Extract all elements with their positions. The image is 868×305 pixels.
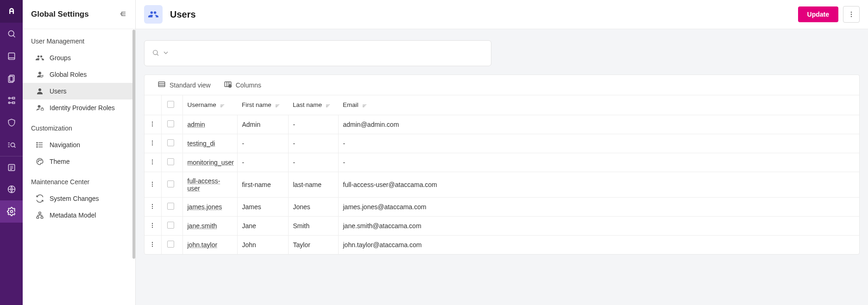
rail-globe[interactable] — [0, 178, 23, 200]
page-title: Users — [170, 9, 196, 20]
svg-point-32 — [152, 121, 153, 122]
sidebar-item-label: Users — [50, 87, 67, 95]
rail-search[interactable] — [0, 23, 23, 45]
row-actions-button[interactable] — [145, 172, 161, 198]
app-logo[interactable] — [0, 0, 23, 23]
standard-view-toggle[interactable]: Standard view — [157, 80, 211, 90]
sidebar-item-users[interactable]: Users — [23, 83, 135, 100]
username-link[interactable]: jane.smith — [188, 222, 217, 230]
cell-lastname: last-name — [288, 172, 338, 198]
sidebar-item-system-changes[interactable]: System Changes — [23, 190, 135, 207]
cell-email: jane.smith@ataccama.com — [338, 217, 859, 236]
row-actions-button[interactable] — [145, 134, 161, 153]
rail-shield[interactable] — [0, 112, 23, 134]
col-lastname[interactable]: Last name — [288, 95, 338, 115]
svg-point-12 — [38, 88, 41, 91]
collapse-sidebar-icon[interactable] — [119, 10, 127, 19]
page-more-button[interactable] — [843, 6, 860, 23]
rail-explore[interactable] — [0, 134, 23, 156]
username-link[interactable]: testing_di — [188, 140, 215, 147]
checkbox[interactable] — [167, 139, 174, 146]
search-icon — [152, 49, 159, 58]
rail-workflow[interactable] — [0, 89, 23, 112]
checkbox[interactable] — [167, 203, 174, 210]
sidebar-scrollbar[interactable] — [132, 30, 135, 259]
cell-lastname: - — [288, 134, 338, 153]
checkbox[interactable] — [167, 101, 174, 108]
svg-point-18 — [38, 161, 39, 162]
search-input[interactable] — [144, 40, 491, 66]
row-actions-button[interactable] — [145, 153, 161, 172]
svg-point-41 — [152, 181, 153, 182]
main-area: Users Update Standard view Co — [136, 0, 868, 305]
username-link[interactable]: admin — [188, 121, 205, 128]
row-actions-button[interactable] — [145, 198, 161, 217]
cell-lastname: - — [288, 153, 338, 172]
chevron-down-icon[interactable] — [162, 49, 170, 58]
columns-toggle[interactable]: Columns — [224, 80, 261, 90]
username-link[interactable]: james.jones — [188, 203, 222, 211]
cell-email: james.jones@ataccama.com — [338, 198, 859, 217]
username-link[interactable]: full-access-user — [188, 177, 220, 192]
cell-username: full-access-user — [182, 172, 237, 198]
username-link[interactable]: john.taylor — [188, 241, 218, 249]
row-select[interactable] — [161, 153, 182, 172]
row-actions-button[interactable] — [145, 115, 161, 134]
svg-point-25 — [851, 14, 852, 15]
svg-rect-28 — [158, 82, 165, 87]
checkbox[interactable] — [167, 222, 174, 229]
cell-firstname: Jane — [237, 217, 288, 236]
rail-catalog[interactable] — [0, 45, 23, 67]
cell-firstname: - — [237, 153, 288, 172]
rail-clipboard[interactable] — [0, 67, 23, 89]
col-email[interactable]: Email — [338, 95, 859, 115]
sidebar-item-navigation[interactable]: Navigation — [23, 137, 135, 153]
row-select[interactable] — [161, 115, 182, 134]
sidebar-item-idp-roles[interactable]: Identity Provider Roles — [23, 100, 135, 116]
page-header: Users Update — [136, 0, 868, 29]
row-select[interactable] — [161, 217, 182, 236]
sort-icon — [361, 102, 368, 109]
row-select[interactable] — [161, 198, 182, 217]
role-icon — [36, 70, 44, 79]
col-firstname[interactable]: First name — [237, 95, 288, 115]
svg-rect-6 — [12, 102, 14, 103]
svg-point-24 — [851, 12, 852, 12]
username-link[interactable]: monitoring_user — [188, 159, 234, 166]
sort-icon — [274, 102, 281, 109]
sidebar-item-groups[interactable]: Groups — [23, 50, 135, 66]
cell-firstname: James — [237, 198, 288, 217]
svg-point-19 — [39, 160, 40, 161]
svg-rect-14 — [41, 109, 44, 111]
rail-tasks[interactable] — [0, 156, 23, 178]
col-select-all[interactable] — [161, 95, 182, 115]
sidebar-item-global-roles[interactable]: Global Roles — [23, 66, 135, 83]
cell-username: james.jones — [182, 198, 237, 217]
sidebar-section-customization: Customization — [23, 116, 135, 137]
svg-point-38 — [152, 159, 153, 160]
sidebar-item-theme[interactable]: Theme — [23, 153, 135, 170]
cell-username: monitoring_user — [182, 153, 237, 172]
row-select[interactable] — [161, 134, 182, 153]
checkbox[interactable] — [167, 158, 174, 165]
col-username[interactable]: Username — [182, 95, 237, 115]
col-actions — [145, 95, 161, 115]
row-select[interactable] — [161, 236, 182, 255]
sidebar-item-label: Global Roles — [50, 71, 87, 78]
row-actions-button[interactable] — [145, 217, 161, 236]
checkbox[interactable] — [167, 181, 174, 187]
checkbox[interactable] — [167, 241, 174, 248]
row-actions-button[interactable] — [145, 236, 161, 255]
update-button[interactable]: Update — [798, 6, 838, 22]
sidebar-item-metadata-model[interactable]: Metadata Model — [23, 207, 135, 224]
svg-point-5 — [8, 102, 10, 103]
row-select[interactable] — [161, 172, 182, 198]
checkbox[interactable] — [167, 120, 174, 127]
cell-username: testing_di — [182, 134, 237, 153]
table-row: testing_di--- — [145, 134, 859, 153]
rail-settings[interactable] — [0, 200, 23, 223]
svg-rect-22 — [37, 217, 39, 218]
sidebar-section-usermgmt: User Management — [23, 29, 135, 50]
svg-point-20 — [41, 160, 42, 161]
cell-email: full-access-user@ataccama.com — [338, 172, 859, 198]
